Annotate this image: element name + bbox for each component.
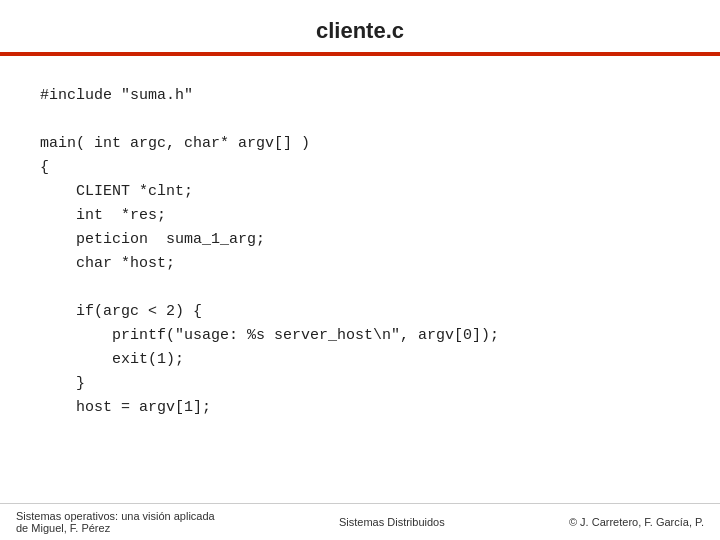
page-title: cliente.c — [316, 18, 404, 43]
code-line: } — [40, 372, 680, 396]
code-line: #include "suma.h" — [40, 84, 680, 108]
code-line — [40, 276, 680, 300]
code-line: { — [40, 156, 680, 180]
red-divider-thin — [0, 55, 720, 56]
code-line: if(argc < 2) { — [40, 300, 680, 324]
code-line: host = argv[1]; — [40, 396, 680, 420]
code-line: printf("usage: %s server_host\n", argv[0… — [40, 324, 680, 348]
code-line: peticion suma_1_arg; — [40, 228, 680, 252]
code-line: CLIENT *clnt; — [40, 180, 680, 204]
code-line: main( int argc, char* argv[] ) — [40, 132, 680, 156]
code-line: int *res; — [40, 204, 680, 228]
footer-left: Sistemas operativos: una visión aplicada… — [16, 510, 215, 534]
code-line: exit(1); — [40, 348, 680, 372]
header: cliente.c — [0, 0, 720, 56]
code-line — [40, 420, 680, 444]
footer-left-line2: de Miguel, F. Pérez — [16, 522, 215, 534]
code-block: #include "suma.h" main( int argc, char* … — [0, 74, 720, 454]
footer-right: © J. Carretero, F. García, P. — [569, 516, 704, 528]
code-line: char *host; — [40, 252, 680, 276]
footer: Sistemas operativos: una visión aplicada… — [0, 503, 720, 540]
footer-left-line1: Sistemas operativos: una visión aplicada — [16, 510, 215, 522]
code-line — [40, 108, 680, 132]
footer-center: Sistemas Distribuidos — [339, 516, 445, 528]
